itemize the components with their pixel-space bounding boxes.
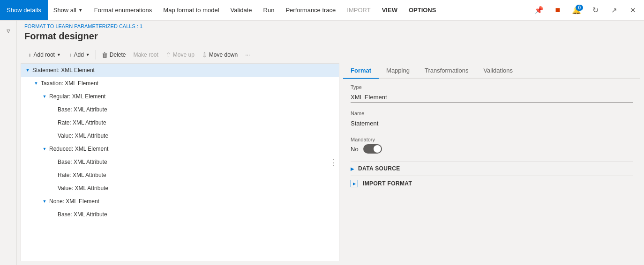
tabs-bar: FormatMappingTransformationsValidations: [343, 63, 640, 79]
tree-item[interactable]: Base: XML Attribute: [21, 103, 339, 116]
content-area: FORMAT TO LEARN PARAMETERIZED CALLS : 1 …: [17, 21, 644, 265]
tree-item[interactable]: ▼Reduced: XML Element: [21, 142, 339, 155]
tree-item[interactable]: ▼Regular: XML Element: [21, 90, 339, 103]
data-source-expand-icon: ▶: [351, 166, 354, 171]
tree-item[interactable]: ▼Statement: XML Element: [21, 64, 339, 77]
info-bar: FORMAT TO LEARN PARAMETERIZED CALLS : 1: [17, 21, 644, 30]
type-value: XML Element: [351, 92, 633, 103]
add-root-button[interactable]: + Add root ▼: [24, 48, 65, 61]
info-bar-text: FORMAT TO LEARN PARAMETERIZED CALLS : 1: [24, 23, 142, 29]
more-button[interactable]: ···: [241, 48, 254, 61]
tree-chevron-icon: ▼: [42, 146, 47, 152]
resize-handle[interactable]: ⋮: [329, 157, 339, 168]
notification-badge: 0: [576, 5, 583, 11]
move-down-icon: ⇩: [202, 52, 207, 59]
add-root-label: Add root: [34, 52, 55, 58]
nav-right-icons: 📌 ■ 🔔 0 ↻ ↗ ✕: [532, 3, 644, 18]
tab-mapping[interactable]: Mapping: [379, 63, 417, 79]
tree-item[interactable]: Value: XML Attribute: [21, 129, 339, 142]
mandatory-property-group: Mandatory No: [351, 137, 633, 154]
type-property-group: Type XML Element: [351, 84, 633, 103]
add-chevron-icon: ▼: [86, 52, 90, 57]
run-label: Run: [263, 7, 275, 14]
performance-trace-label: Performance trace: [285, 7, 336, 14]
tree-item-label: Base: XML Attribute: [58, 159, 107, 165]
validate-label: Validate: [231, 7, 252, 14]
tree-chevron-icon: [50, 172, 56, 178]
split-content: ⋮ ▼Statement: XML Element▼Taxation: XML …: [17, 63, 644, 265]
view-label: VIEW: [382, 7, 397, 14]
tab-format[interactable]: Format: [343, 63, 379, 79]
show-all-nav-item[interactable]: Show all ▼: [48, 0, 89, 20]
format-enumerations-nav-item[interactable]: Format enumerations: [89, 0, 158, 20]
refresh-icon[interactable]: ↻: [588, 3, 603, 18]
mandatory-no-label: No: [351, 146, 359, 153]
properties-panel: Type XML Element Name Statement Mandator…: [343, 79, 640, 261]
filter-icon[interactable]: ▿: [2, 24, 15, 37]
pin-icon[interactable]: 📌: [532, 3, 547, 18]
import-format-label: IMPORT FORMAT: [363, 180, 412, 187]
tree-item-label: Value: XML Attribute: [58, 185, 108, 191]
name-label: Name: [351, 110, 633, 116]
map-format-to-model-nav-item[interactable]: Map format to model: [157, 0, 225, 20]
tree-item[interactable]: Base: XML Attribute: [21, 155, 339, 169]
tree-panel: ⋮ ▼Statement: XML Element▼Taxation: XML …: [21, 63, 339, 261]
tree-item[interactable]: Base: XML Attribute: [21, 208, 339, 221]
close-icon[interactable]: ✕: [625, 3, 640, 18]
run-nav-item[interactable]: Run: [258, 0, 280, 20]
top-navigation: Show details Show all ▼ Format enumerati…: [0, 0, 644, 21]
delete-button[interactable]: 🗑 Delete: [98, 48, 130, 61]
import-nav-item[interactable]: IMPORT: [341, 0, 376, 20]
tab-transformations[interactable]: Transformations: [417, 63, 476, 79]
notification-icon[interactable]: 🔔 0: [569, 3, 584, 18]
add-label: Add: [74, 52, 83, 58]
left-sidebar: ▿: [0, 21, 17, 265]
move-down-button[interactable]: ⇩ Move down: [198, 48, 241, 61]
add-root-chevron-icon: ▼: [57, 52, 61, 57]
office-icon[interactable]: ■: [550, 3, 565, 18]
tree-item[interactable]: Rate: XML Attribute: [21, 116, 339, 129]
make-root-label: Make root: [133, 52, 158, 58]
name-property-group: Name Statement: [351, 110, 633, 129]
show-details-button[interactable]: Show details: [0, 0, 48, 20]
mandatory-label: Mandatory: [351, 137, 633, 142]
add-button[interactable]: + Add ▼: [65, 48, 94, 61]
page-title: Format designer: [17, 30, 644, 46]
tree-item-label: Value: XML Attribute: [58, 132, 108, 139]
tree-item-label: Regular: XML Element: [49, 93, 105, 100]
more-icon: ···: [245, 52, 250, 58]
tree-item[interactable]: ▼None: XML Element: [21, 195, 339, 208]
move-up-button[interactable]: ⇧ Move up: [162, 48, 198, 61]
view-nav-item[interactable]: VIEW: [376, 0, 403, 20]
add-icon: +: [68, 52, 72, 59]
tree-chevron-icon: ▼: [42, 94, 47, 99]
performance-trace-nav-item[interactable]: Performance trace: [280, 0, 341, 20]
data-source-label: DATA SOURCE: [358, 165, 400, 172]
tree-chevron-icon: [50, 212, 56, 217]
popout-icon[interactable]: ↗: [607, 3, 622, 18]
tab-validations[interactable]: Validations: [476, 63, 520, 79]
tree-item-label: Base: XML Attribute: [58, 106, 107, 113]
tree-chevron-icon: [50, 159, 56, 165]
tree-item-label: Base: XML Attribute: [58, 211, 107, 218]
map-format-to-model-label: Map format to model: [163, 7, 219, 14]
tree-item-label: Taxation: XML Element: [41, 80, 98, 87]
tree-item[interactable]: ▼Taxation: XML Element: [21, 77, 339, 90]
mandatory-toggle[interactable]: [363, 144, 382, 154]
right-panel: FormatMappingTransformationsValidations …: [343, 63, 640, 261]
tree-item[interactable]: Value: XML Attribute: [21, 182, 339, 195]
tree-item[interactable]: Rate: XML Attribute: [21, 169, 339, 182]
options-nav-item[interactable]: OPTIONS: [403, 0, 442, 20]
tree-item-label: Statement: XML Element: [32, 67, 95, 74]
tree-item-label: Rate: XML Attribute: [58, 119, 106, 126]
data-source-section[interactable]: ▶ DATA SOURCE: [351, 161, 633, 176]
tree-chevron-icon: [50, 120, 56, 125]
delete-label: Delete: [110, 52, 126, 58]
show-all-chevron-icon: ▼: [78, 7, 83, 13]
import-format-box-icon: ▶: [351, 180, 358, 187]
make-root-button[interactable]: Make root: [129, 48, 162, 61]
tree-chevron-icon: ▼: [33, 81, 39, 86]
import-format-section[interactable]: ▶ IMPORT FORMAT: [351, 176, 633, 191]
options-label: OPTIONS: [409, 7, 436, 14]
validate-nav-item[interactable]: Validate: [225, 0, 258, 20]
